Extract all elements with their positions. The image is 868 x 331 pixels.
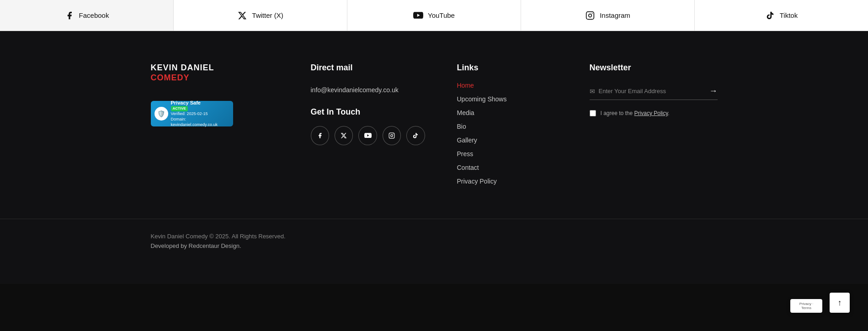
brand-name-bottom: COMEDY <box>151 73 279 83</box>
nav-facebook-label: Facebook <box>79 11 109 19</box>
nav-youtube-label: YouTube <box>428 11 455 19</box>
redcentaur-link[interactable]: Developed by Redcentaur Design. <box>151 242 241 249</box>
footer-inner: KEVIN DANIEL COMEDY 🛡️ Privacy Safe ACTI… <box>133 63 736 191</box>
footer-links-col: Links Home Upcoming Shows Media Bio Gall… <box>457 63 558 191</box>
newsletter-email-input[interactable] <box>599 88 706 95</box>
link-privacy-policy[interactable]: Privacy Policy <box>457 178 558 185</box>
envelope-icon: ✉ <box>590 88 595 95</box>
svg-rect-3 <box>389 133 394 138</box>
nav-tiktok[interactable]: Tiktok <box>695 0 868 31</box>
nav-instagram[interactable]: Instagram <box>521 0 695 31</box>
link-home[interactable]: Home <box>457 82 558 89</box>
nav-facebook[interactable]: Facebook <box>0 0 174 31</box>
social-twitter-btn[interactable] <box>335 126 353 145</box>
social-facebook-btn[interactable] <box>311 126 329 145</box>
svg-point-2 <box>592 13 593 14</box>
social-youtube-btn[interactable] <box>358 126 377 145</box>
agree-text-suffix: . <box>668 110 669 116</box>
copyright-text: Kevin Daniel Comedy © 2025. All Rights R… <box>151 233 718 240</box>
privacy-domain: Domain: kevindaniel.comedy.co.uk <box>171 117 229 127</box>
agree-row: I agree to the Privacy Policy. <box>590 109 718 117</box>
youtube-icon <box>413 11 423 21</box>
agree-text: I agree to the Privacy Policy. <box>601 109 670 117</box>
brand-name-top: KEVIN DANIEL <box>151 63 279 73</box>
privacy-policy-link[interactable]: Privacy Policy <box>634 110 668 116</box>
footer: KEVIN DANIEL COMEDY 🛡️ Privacy Safe ACTI… <box>0 31 868 284</box>
social-tiktok-btn[interactable] <box>406 126 425 145</box>
footer-email[interactable]: info@kevindanielcomedy.co.uk <box>311 86 425 94</box>
nav-youtube[interactable]: YouTube <box>347 0 521 31</box>
newsletter-title: Newsletter <box>590 63 718 73</box>
privacy-badge[interactable]: 🛡️ Privacy Safe ACTIVE Verified: 2025-02… <box>151 101 233 126</box>
privacy-badge-icon: 🛡️ <box>154 107 168 121</box>
social-instagram-btn[interactable] <box>383 126 401 145</box>
nav-instagram-label: Instagram <box>600 11 630 19</box>
facebook-icon <box>64 11 75 21</box>
footer-bottom-inner: Kevin Daniel Comedy © 2025. All Rights R… <box>133 233 736 249</box>
agree-checkbox[interactable] <box>590 110 596 116</box>
privacy-verified: Verified: 2025-02-15 <box>171 111 229 117</box>
recaptcha-badge: Privacy · Terms <box>790 299 822 313</box>
footer-brand-col: KEVIN DANIEL COMEDY 🛡️ Privacy Safe ACTI… <box>151 63 279 191</box>
nav-twitter-label: Twitter (X) <box>252 11 283 19</box>
developed-by-text: Developed by Redcentaur Design. <box>151 242 718 249</box>
footer-direct-mail-col: Direct mail info@kevindanielcomedy.co.uk… <box>311 63 425 191</box>
privacy-badge-text: Privacy Safe ACTIVE Verified: 2025-02-15… <box>171 100 229 128</box>
submit-arrow-icon[interactable]: → <box>709 86 718 96</box>
get-in-touch-title: Get In Touch <box>311 107 425 117</box>
link-media[interactable]: Media <box>457 109 558 116</box>
tiktok-icon <box>765 11 775 21</box>
email-input-wrap: ✉ → <box>590 86 718 100</box>
instagram-icon <box>585 11 595 21</box>
link-contact[interactable]: Contact <box>457 164 558 171</box>
link-bio[interactable]: Bio <box>457 123 558 130</box>
privacy-safe-label: Privacy Safe <box>171 100 229 106</box>
link-press[interactable]: Press <box>457 150 558 158</box>
agree-text-prefix: I agree to the <box>601 110 634 116</box>
nav-tiktok-label: Tiktok <box>780 11 798 19</box>
link-gallery[interactable]: Gallery <box>457 137 558 144</box>
privacy-active-badge: ACTIVE <box>171 106 188 111</box>
links-title: Links <box>457 63 558 73</box>
svg-point-4 <box>391 135 393 137</box>
svg-point-1 <box>589 14 592 17</box>
link-upcoming-shows[interactable]: Upcoming Shows <box>457 95 558 103</box>
svg-point-5 <box>393 134 394 134</box>
direct-mail-title: Direct mail <box>311 63 425 73</box>
footer-newsletter-col: Newsletter ✉ → I agree to the Privacy Po… <box>590 63 718 191</box>
nav-twitter[interactable]: Twitter (X) <box>174 0 347 31</box>
svg-rect-0 <box>586 11 594 19</box>
recaptcha-text: Privacy · Terms <box>794 302 819 310</box>
scroll-to-top-button[interactable]: ↑ <box>830 293 850 313</box>
twitter-icon <box>237 11 247 21</box>
footer-bottom: Kevin Daniel Comedy © 2025. All Rights R… <box>0 219 868 266</box>
social-icons <box>311 126 425 145</box>
top-nav: Facebook Twitter (X) YouTube Instagram T… <box>0 0 868 31</box>
